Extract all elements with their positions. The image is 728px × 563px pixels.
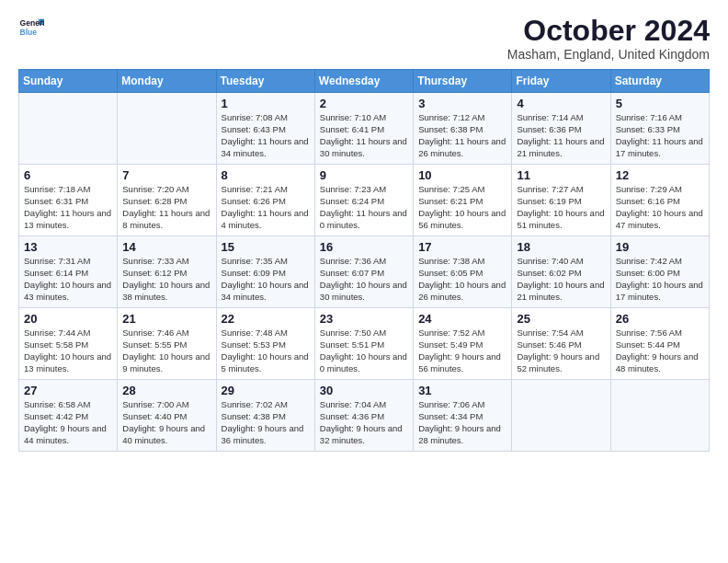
week-row-2: 6Sunrise: 7:18 AM Sunset: 6:31 PM Daylig… [19,165,710,236]
cell-info: Sunrise: 7:08 AM Sunset: 6:43 PM Dayligh… [222,112,310,159]
calendar-table: SundayMondayTuesdayWednesdayThursdayFrid… [18,69,710,452]
header: General Blue October 2024 Masham, Englan… [18,15,710,62]
cell-info: Sunrise: 7:40 AM Sunset: 6:02 PM Dayligh… [517,256,605,303]
day-number: 31 [418,384,506,397]
cell-info: Sunrise: 7:27 AM Sunset: 6:19 PM Dayligh… [517,184,605,231]
day-number: 4 [517,97,605,110]
header-day-wednesday: Wednesday [314,70,413,93]
cell-info: Sunrise: 7:33 AM Sunset: 6:12 PM Dayligh… [122,256,210,303]
day-number: 20 [24,312,112,326]
cell-info: Sunrise: 7:23 AM Sunset: 6:24 PM Dayligh… [320,184,408,231]
cell-info: Sunrise: 7:20 AM Sunset: 6:28 PM Dayligh… [122,184,210,231]
calendar-cell: 7Sunrise: 7:20 AM Sunset: 6:28 PM Daylig… [118,165,216,236]
cell-info: Sunrise: 7:18 AM Sunset: 6:31 PM Dayligh… [24,184,112,231]
day-number: 21 [122,312,210,326]
cell-info: Sunrise: 7:48 AM Sunset: 5:53 PM Dayligh… [222,327,310,374]
cell-info: Sunrise: 7:52 AM Sunset: 5:49 PM Dayligh… [418,327,506,374]
day-number: 13 [24,240,112,254]
calendar-cell: 24Sunrise: 7:52 AM Sunset: 5:49 PM Dayli… [414,308,512,380]
cell-info: Sunrise: 7:35 AM Sunset: 6:09 PM Dayligh… [222,256,310,303]
calendar-cell: 12Sunrise: 7:29 AM Sunset: 6:16 PM Dayli… [610,165,709,236]
day-number: 2 [320,97,408,110]
title-block: October 2024 Masham, England, United Kin… [507,15,710,62]
calendar-header: SundayMondayTuesdayWednesdayThursdayFrid… [19,70,710,93]
cell-info: Sunrise: 7:54 AM Sunset: 5:46 PM Dayligh… [517,327,605,374]
day-number: 12 [616,168,704,182]
cell-info: Sunrise: 7:31 AM Sunset: 6:14 PM Dayligh… [24,256,112,303]
calendar-cell: 18Sunrise: 7:40 AM Sunset: 6:02 PM Dayli… [512,236,610,308]
calendar-body: 1Sunrise: 7:08 AM Sunset: 6:43 PM Daylig… [19,93,710,452]
cell-info: Sunrise: 7:50 AM Sunset: 5:51 PM Dayligh… [320,327,408,374]
svg-text:Blue: Blue [20,28,38,37]
cell-info: Sunrise: 7:36 AM Sunset: 6:07 PM Dayligh… [320,256,408,303]
location-subtitle: Masham, England, United Kingdom [507,47,710,62]
cell-info: Sunrise: 6:58 AM Sunset: 4:42 PM Dayligh… [24,399,112,446]
calendar-cell: 1Sunrise: 7:08 AM Sunset: 6:43 PM Daylig… [216,93,314,165]
calendar-cell: 14Sunrise: 7:33 AM Sunset: 6:12 PM Dayli… [118,236,216,308]
day-number: 25 [517,312,605,326]
header-day-monday: Monday [118,70,216,93]
day-number: 17 [418,240,506,254]
week-row-3: 13Sunrise: 7:31 AM Sunset: 6:14 PM Dayli… [19,236,710,308]
header-row: SundayMondayTuesdayWednesdayThursdayFrid… [19,70,710,93]
calendar-cell [512,380,610,452]
cell-info: Sunrise: 7:16 AM Sunset: 6:33 PM Dayligh… [616,112,704,159]
day-number: 18 [517,240,605,254]
day-number: 5 [616,97,704,110]
logo: General Blue [18,15,44,40]
calendar-cell: 30Sunrise: 7:04 AM Sunset: 4:36 PM Dayli… [314,380,413,452]
calendar-cell [19,93,118,165]
calendar-cell: 22Sunrise: 7:48 AM Sunset: 5:53 PM Dayli… [216,308,314,380]
calendar-cell: 8Sunrise: 7:21 AM Sunset: 6:26 PM Daylig… [216,165,314,236]
cell-info: Sunrise: 7:10 AM Sunset: 6:41 PM Dayligh… [320,112,408,159]
calendar-cell: 17Sunrise: 7:38 AM Sunset: 6:05 PM Dayli… [414,236,512,308]
calendar-cell: 20Sunrise: 7:44 AM Sunset: 5:58 PM Dayli… [19,308,118,380]
calendar-cell: 29Sunrise: 7:02 AM Sunset: 4:38 PM Dayli… [216,380,314,452]
calendar-cell: 4Sunrise: 7:14 AM Sunset: 6:36 PM Daylig… [512,93,610,165]
day-number: 14 [122,240,210,254]
cell-info: Sunrise: 7:25 AM Sunset: 6:21 PM Dayligh… [418,184,506,231]
calendar-cell: 5Sunrise: 7:16 AM Sunset: 6:33 PM Daylig… [610,93,709,165]
header-day-friday: Friday [512,70,610,93]
cell-info: Sunrise: 7:06 AM Sunset: 4:34 PM Dayligh… [418,399,506,446]
calendar-cell: 2Sunrise: 7:10 AM Sunset: 6:41 PM Daylig… [314,93,413,165]
calendar-cell: 21Sunrise: 7:46 AM Sunset: 5:55 PM Dayli… [118,308,216,380]
calendar-cell: 23Sunrise: 7:50 AM Sunset: 5:51 PM Dayli… [314,308,413,380]
calendar-cell: 16Sunrise: 7:36 AM Sunset: 6:07 PM Dayli… [314,236,413,308]
calendar-cell: 10Sunrise: 7:25 AM Sunset: 6:21 PM Dayli… [414,165,512,236]
calendar-cell: 6Sunrise: 7:18 AM Sunset: 6:31 PM Daylig… [19,165,118,236]
day-number: 26 [616,312,704,326]
cell-info: Sunrise: 7:38 AM Sunset: 6:05 PM Dayligh… [418,256,506,303]
cell-info: Sunrise: 7:12 AM Sunset: 6:38 PM Dayligh… [418,112,506,159]
day-number: 27 [24,384,112,397]
week-row-1: 1Sunrise: 7:08 AM Sunset: 6:43 PM Daylig… [19,93,710,165]
header-day-tuesday: Tuesday [216,70,314,93]
day-number: 29 [222,384,310,397]
svg-text:General: General [20,18,44,28]
calendar-cell: 11Sunrise: 7:27 AM Sunset: 6:19 PM Dayli… [512,165,610,236]
day-number: 22 [222,312,310,326]
day-number: 6 [24,168,112,182]
page: General Blue October 2024 Masham, Englan… [0,0,728,461]
logo-icon: General Blue [18,15,44,40]
day-number: 23 [320,312,408,326]
cell-info: Sunrise: 7:46 AM Sunset: 5:55 PM Dayligh… [122,327,210,374]
calendar-cell: 25Sunrise: 7:54 AM Sunset: 5:46 PM Dayli… [512,308,610,380]
day-number: 7 [122,168,210,182]
header-day-sunday: Sunday [19,70,118,93]
day-number: 19 [616,240,704,254]
header-day-thursday: Thursday [414,70,512,93]
header-day-saturday: Saturday [610,70,709,93]
day-number: 11 [517,168,605,182]
cell-info: Sunrise: 7:56 AM Sunset: 5:44 PM Dayligh… [616,327,704,374]
day-number: 1 [222,97,310,110]
calendar-cell: 9Sunrise: 7:23 AM Sunset: 6:24 PM Daylig… [314,165,413,236]
calendar-cell: 31Sunrise: 7:06 AM Sunset: 4:34 PM Dayli… [414,380,512,452]
cell-info: Sunrise: 7:44 AM Sunset: 5:58 PM Dayligh… [24,327,112,374]
month-title: October 2024 [507,15,710,47]
day-number: 15 [222,240,310,254]
day-number: 8 [222,168,310,182]
cell-info: Sunrise: 7:02 AM Sunset: 4:38 PM Dayligh… [222,399,310,446]
day-number: 16 [320,240,408,254]
cell-info: Sunrise: 7:42 AM Sunset: 6:00 PM Dayligh… [616,256,704,303]
